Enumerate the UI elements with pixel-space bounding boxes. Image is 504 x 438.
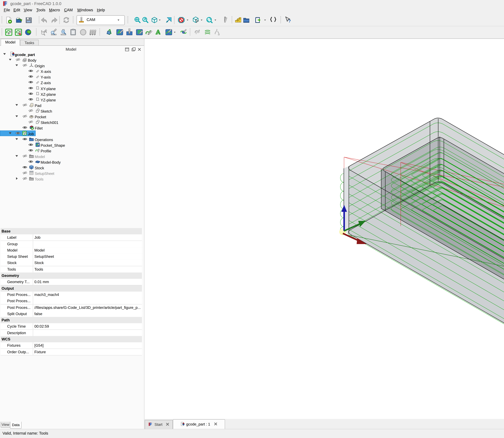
svg-text:?: ? <box>288 19 291 23</box>
